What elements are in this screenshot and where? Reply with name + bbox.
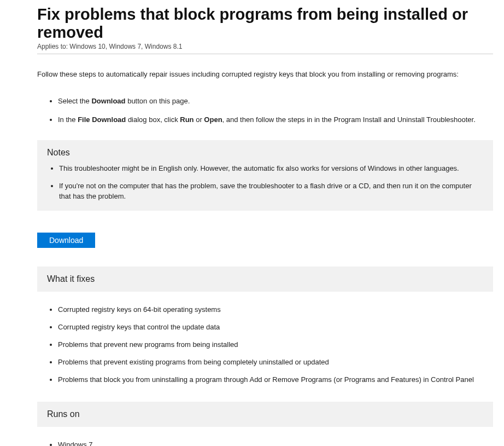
step-bold: Download: [91, 97, 125, 105]
notes-item: If you're not on the computer that has t…: [59, 181, 483, 202]
page-content: Fix problems that block programs from be…: [0, 0, 504, 446]
fix-item: Corrupted registry keys that control the…: [58, 322, 493, 332]
section-runs-on: Runs on: [37, 402, 493, 427]
fixes-list: Corrupted registry keys on 64-bit operat…: [37, 305, 493, 385]
runs-on-list: Windows 7 Windows 8 Windows 8.1 Windows …: [37, 440, 493, 446]
step-text: button on this page.: [126, 97, 190, 105]
step-bold: Open: [204, 115, 222, 124]
steps-list: Select the Download button on this page.…: [37, 96, 493, 125]
page-title: Fix problems that block programs from be…: [37, 5, 493, 42]
section-what-it-fixes: What it fixes: [37, 267, 493, 292]
intro-text: Follow these steps to automatically repa…: [37, 69, 493, 79]
step-bold: File Download: [78, 115, 126, 124]
step-bold: Run: [180, 115, 194, 124]
notes-title: Notes: [47, 148, 483, 158]
fix-item: Problems that prevent new programs from …: [58, 340, 493, 350]
header-divider: [37, 54, 493, 54]
step-text: Select the: [58, 97, 91, 105]
applies-to-text: Applies to: Windows 10, Windows 7, Windo…: [37, 43, 493, 50]
fix-item: Problems that block you from uninstallin…: [58, 375, 493, 385]
fix-item: Corrupted registry keys on 64-bit operat…: [58, 305, 493, 315]
download-button[interactable]: Download: [37, 233, 95, 248]
step-text: dialog box, click: [126, 115, 180, 124]
step-text: , and then follow the steps in in the Pr…: [222, 115, 476, 124]
notes-list: This troubleshooter might be in English …: [47, 163, 483, 202]
notes-item: This troubleshooter might be in English …: [59, 163, 483, 174]
step-item-2: In the File Download dialog box, click R…: [58, 114, 493, 125]
step-item-1: Select the Download button on this page.: [58, 96, 493, 107]
step-text: or: [194, 115, 204, 124]
notes-box: Notes This troubleshooter might be in En…: [37, 140, 493, 211]
step-text: In the: [58, 115, 78, 124]
runs-on-item: Windows 7: [58, 440, 493, 446]
fix-item: Problems that prevent existing programs …: [58, 357, 493, 367]
